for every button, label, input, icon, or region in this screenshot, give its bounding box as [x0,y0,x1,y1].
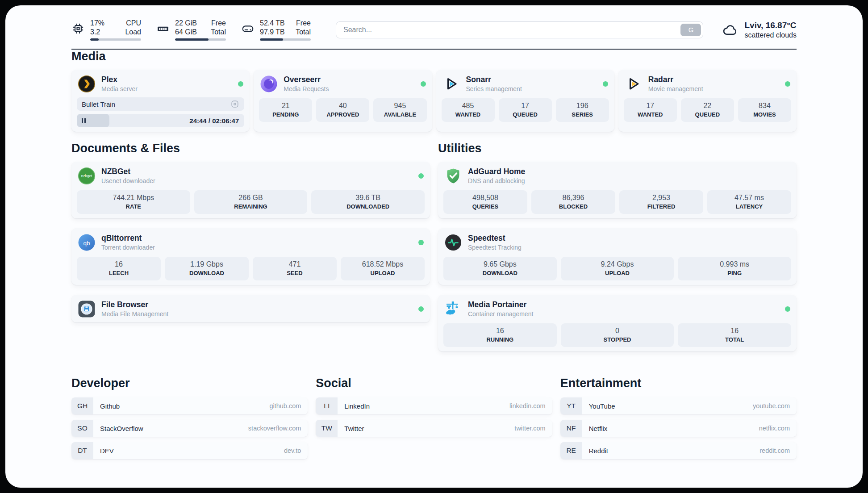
nzbget-card-head[interactable]: nzbget NZBGet Usenet downloader [77,166,425,185]
radarr-icon [625,75,643,93]
stat-label: WANTED [626,111,675,118]
disk-label-2: Total [296,28,311,37]
stat-value: 16 [680,326,789,335]
stat-value: 485 [443,101,493,110]
qbittorrent-card-head[interactable]: qb qBittorrent Torrent downloader [77,233,425,251]
svg-text:qb: qb [83,240,90,246]
bookmark-domain: github.com [269,402,301,409]
service-subtitle: Torrent downloader [101,244,155,251]
bookmark-name: Reddit [589,447,608,455]
bookmark-linkedin[interactable]: LI LinkedIn linkedin.com [316,397,552,414]
bookmark-github[interactable]: GH Github github.com [71,397,308,414]
stat-label: QUEUED [683,111,732,118]
bookmark-abbr: RE [560,442,582,459]
stat-label: BLOCKED [533,203,613,210]
stat-value: 0.993 ms [680,260,789,269]
bookmark-name: Netflix [589,425,608,432]
radarr-stats: 17 WANTED 22 QUEUED 834 MOVIES [624,98,791,122]
search-go-button[interactable]: G [680,24,701,36]
stat-value: 0 [563,326,672,335]
filebrowser-icon [78,300,96,318]
service-title: Overseerr [284,75,329,84]
status-dot [603,81,608,87]
sonarr-card-head[interactable]: Sonarr Series management [442,74,609,93]
bookmark-domain: linkedin.com [509,402,546,409]
service-subtitle: Media Requests [284,85,329,93]
stat-upload: 9.24 Gbps UPLOAD [561,257,674,280]
status-dot [238,81,243,87]
bookmark-dev[interactable]: DT DEV dev.to [71,442,308,459]
plex-titles: Plex Media server [101,75,138,93]
stat-label: LATENCY [709,203,789,210]
stat-label: AVAILABLE [375,111,425,118]
stat-seed: 471 SEED [253,257,337,280]
bookmark-stackoverflow[interactable]: SO StackOverflow stackoverflow.com [71,420,308,437]
status-dot [785,81,790,87]
overseerr-card-head[interactable]: Overseerr Media Requests [259,74,426,93]
stat-label: UPLOAD [563,269,672,277]
speedtest-icon [444,234,462,251]
sonarr-titles: Sonarr Series management [466,75,522,93]
memory-progress-fill [175,38,209,41]
stat-total: 16 TOTAL [678,323,791,347]
stat-value: 40 [318,101,367,110]
stat-value: 196 [558,101,607,110]
weather-text: Lviv, 16.87°C scattered clouds [744,20,797,40]
search-input[interactable] [336,21,703,38]
qbittorrent-titles: qBittorrent Torrent downloader [101,234,155,251]
stat-label: RATE [79,203,188,210]
stat-label: QUEUED [501,111,550,118]
portainer-icon [444,300,462,318]
stat-upload: 618.52 Mbps UPLOAD [341,257,425,280]
portainer-stats: 16 RUNNING 0 STOPPED 16 TOTAL [443,323,791,347]
plex-card-head[interactable]: Plex Media server [77,74,244,93]
service-subtitle: Usenet downloader [101,177,155,185]
bookmark-youtube[interactable]: YT YouTube youtube.com [560,397,797,414]
cpu-usage-value: 17% [90,19,104,28]
bookmark-name: Twitter [344,425,364,432]
disk-widget-body: 52.4 TB Free 97.9 TB Total [260,19,311,41]
stat-downloaded: 39.6 TB DOWNLOADED [311,190,425,214]
portainer-card-head[interactable]: Media Portainer Container management [443,299,791,318]
bookmark-name: StackOverflow [100,425,143,432]
now-playing-title: Bullet Train [82,100,115,108]
service-subtitle: Series management [466,85,522,93]
stat-value: 39.6 TB [313,193,423,202]
stat-stopped: 0 STOPPED [561,323,674,347]
adguard-card-head[interactable]: AdGuard Home DNS and adblocking [443,166,791,185]
stat-value: 744.21 Mbps [79,193,188,202]
stat-wanted: 485 WANTED [442,98,495,122]
card-nzbget: nzbget NZBGet Usenet downloader 744.21 M… [71,162,430,218]
filebrowser-titles: File Browser Media File Management [101,300,168,318]
cpu-label-1: CPU [126,19,141,28]
stat-movies: 834 MOVIES [738,98,791,122]
bookmark-reddit[interactable]: RE Reddit reddit.com [560,442,797,459]
bookmark-name: LinkedIn [344,402,370,410]
bookmark-netflix[interactable]: NF Netflix netflix.com [560,420,797,437]
disk-free-value: 52.4 TB [260,19,285,28]
bookmark-domain: dev.to [284,447,301,454]
stat-running: 16 RUNNING [443,323,557,347]
filebrowser-card-head[interactable]: File Browser Media File Management [77,299,425,318]
service-subtitle: DNS and adblocking [468,177,525,185]
stat-download: 1.19 Gbps DOWNLOAD [165,257,249,280]
cpu-row-1: 17% CPU [90,19,141,28]
card-portainer: Media Portainer Container management 16 … [438,295,797,351]
radarr-card-head[interactable]: Radarr Movie management [624,74,791,93]
stat-series: 196 SERIES [556,98,609,122]
weather-widget: Lviv, 16.87°C scattered clouds [722,20,797,40]
stat-value: 47.57 ms [709,193,789,202]
cpu-icon [71,22,85,35]
stat-value: 9.24 Gbps [563,260,672,269]
overseerr-titles: Overseerr Media Requests [284,75,329,93]
disk-total-value: 97.9 TB [260,28,285,37]
stat-queries: 498,508 QUERIES [443,190,527,214]
bookmark-twitter[interactable]: TW Twitter twitter.com [316,420,552,437]
entertainment-column: Entertainment YT YouTube youtube.com NF … [560,376,797,464]
disk-row-2: 97.9 TB Total [260,28,311,37]
weather-location-temp: Lviv, 16.87°C [744,20,797,31]
card-speedtest: Speedtest Speedtest Tracking 9.65 Gbps D… [438,228,797,285]
disk-progress-bar [260,38,311,41]
stat-wanted: 17 WANTED [624,98,677,122]
speedtest-card-head[interactable]: Speedtest Speedtest Tracking [443,233,791,251]
